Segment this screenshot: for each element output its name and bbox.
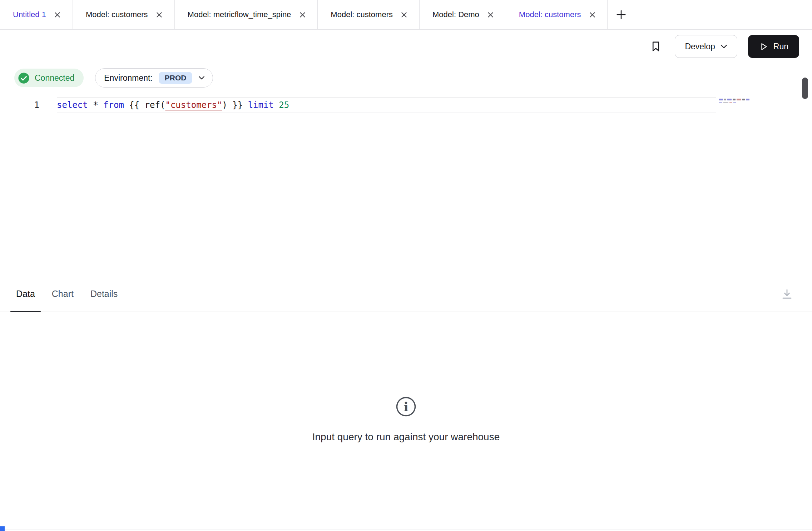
code-token-ref-link[interactable]: "customers" [165, 100, 222, 110]
results-tab-bar: Data Chart Details [0, 276, 812, 312]
tab-untitled-1[interactable]: Untitled 1 [0, 0, 73, 29]
run-button[interactable]: Run [748, 35, 799, 58]
tab-chart[interactable]: Chart [52, 276, 74, 312]
tab-close-button[interactable] [154, 10, 164, 20]
tab-close-button[interactable] [53, 10, 63, 20]
connected-label: Connected [35, 73, 74, 83]
bottom-divider [0, 530, 812, 530]
tab-close-button[interactable] [587, 10, 597, 20]
tab-model-customers-2[interactable]: Model: customers [318, 0, 420, 29]
code-token-keyword: select [57, 100, 88, 110]
tab-label: Model: metricflow_time_spine [188, 10, 291, 19]
close-icon [54, 11, 61, 18]
close-icon [487, 11, 494, 18]
tab-label: Untitled 1 [13, 10, 46, 19]
bottom-left-accent [0, 526, 5, 531]
code-line[interactable]: select * from {{ ref("customers") }} lim… [57, 97, 716, 113]
code-token-number: 25 [279, 100, 289, 110]
connection-status-bar: Connected Environment: PROD [0, 63, 812, 93]
environment-selector[interactable]: Environment: PROD [95, 68, 213, 88]
bookmark-icon [650, 40, 662, 53]
close-icon [589, 11, 596, 18]
tab-close-button[interactable] [399, 10, 409, 20]
run-button-label: Run [773, 42, 788, 51]
plus-icon [616, 9, 627, 20]
connected-badge: Connected [14, 69, 84, 87]
tab-model-customers-3[interactable]: Model: customers [506, 0, 608, 29]
code-token-keyword: from [103, 100, 124, 110]
tab-label: Model: Demo [432, 10, 479, 19]
tab-model-customers-1[interactable]: Model: customers [73, 0, 175, 29]
tab-details[interactable]: Details [90, 276, 118, 312]
editor-toolbar: Develop Run [0, 30, 812, 63]
close-icon [299, 11, 306, 18]
tab-label: Model: customers [86, 10, 148, 19]
code-token-plain: ) }} [222, 100, 248, 110]
editor-minimap [719, 99, 751, 105]
new-tab-button[interactable] [608, 0, 635, 29]
tab-close-button[interactable] [297, 10, 307, 20]
check-circle-icon [18, 72, 30, 84]
tab-label: Model: customers [519, 10, 581, 19]
tab-model-demo[interactable]: Model: Demo [420, 0, 506, 29]
results-empty-state: i Input query to run against your wareho… [0, 312, 812, 530]
chevron-down-icon [721, 45, 727, 49]
code-token-keyword: limit [248, 100, 274, 110]
environment-label: Environment: [104, 73, 153, 83]
develop-button[interactable]: Develop [675, 35, 737, 58]
play-icon [759, 42, 768, 51]
close-icon [401, 11, 407, 18]
download-icon [781, 288, 793, 301]
download-results-button[interactable] [781, 288, 793, 301]
sql-editor[interactable]: 1 select * from {{ ref("customers") }} l… [0, 93, 812, 276]
environment-value-badge: PROD [159, 72, 193, 84]
code-token-plain [274, 100, 279, 110]
close-icon [156, 11, 163, 18]
tab-label: Model: customers [331, 10, 393, 19]
scrollbar-thumb[interactable] [802, 78, 808, 99]
editor-tab-bar: Untitled 1 Model: customers Model: metri… [0, 0, 812, 30]
code-token-plain: * [88, 100, 103, 110]
svg-text:i: i [403, 399, 409, 414]
empty-state-message: Input query to run against your warehous… [312, 431, 500, 443]
line-number: 1 [0, 97, 39, 113]
tab-model-metricflow-time-spine[interactable]: Model: metricflow_time_spine [175, 0, 318, 29]
bookmark-button[interactable] [648, 38, 664, 55]
tab-close-button[interactable] [486, 10, 496, 20]
info-icon: i [396, 396, 416, 417]
develop-button-label: Develop [685, 42, 715, 51]
code-token-plain: {{ ref( [124, 100, 165, 110]
tab-data[interactable]: Data [16, 276, 35, 312]
chevron-down-icon [198, 76, 205, 80]
